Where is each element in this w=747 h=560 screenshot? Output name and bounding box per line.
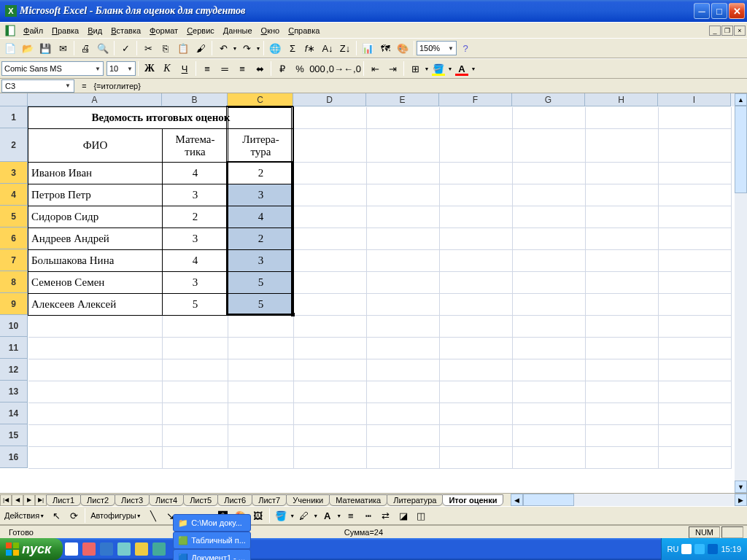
close-button[interactable]: ✕ <box>729 3 745 19</box>
mdi-restore-button[interactable]: ❐ <box>721 26 733 36</box>
sheet-tab[interactable]: Лист7 <box>252 494 287 506</box>
row-header[interactable]: 8 <box>0 271 28 293</box>
format-painter-button[interactable]: 🖌 <box>193 40 209 56</box>
undo-dropdown[interactable]: ▼ <box>232 46 238 51</box>
fill-color-button[interactable]: 🪣 <box>273 508 289 524</box>
cell[interactable] <box>163 338 228 359</box>
percent-button[interactable]: % <box>292 61 308 77</box>
column-header[interactable]: F <box>439 93 512 106</box>
row-header[interactable]: 13 <box>0 381 28 402</box>
cell[interactable] <box>228 425 294 447</box>
cell[interactable] <box>513 359 586 381</box>
quick-launch-icon[interactable] <box>100 542 113 556</box>
cell[interactable]: 4 <box>228 206 294 228</box>
cell[interactable] <box>659 338 732 359</box>
row-header[interactable]: 16 <box>0 446 28 468</box>
start-button[interactable]: пуск <box>0 538 63 560</box>
clock[interactable]: 15:19 <box>721 545 741 553</box>
tab-last-button[interactable]: ▶| <box>35 494 47 506</box>
cell[interactable] <box>28 381 163 403</box>
cell[interactable] <box>513 447 586 469</box>
taskbar-button[interactable]: 🟦Документ1 - ... <box>173 549 251 560</box>
cell[interactable] <box>440 316 513 338</box>
cell[interactable] <box>294 403 367 425</box>
shadow-button[interactable]: ◪ <box>395 508 411 524</box>
menu-файл[interactable]: Файл <box>19 25 47 36</box>
cell[interactable] <box>440 272 513 294</box>
cell[interactable] <box>659 359 732 381</box>
cell[interactable] <box>659 316 732 338</box>
cell[interactable]: Матема- тика <box>163 129 228 163</box>
cell[interactable] <box>294 107 367 129</box>
print-button[interactable]: 🖨 <box>77 40 93 56</box>
cell[interactable] <box>440 206 513 228</box>
cell[interactable] <box>440 184 513 206</box>
row-header[interactable]: 4 <box>0 184 28 206</box>
cell[interactable] <box>659 206 732 228</box>
menu-справка[interactable]: Справка <box>284 25 324 36</box>
cell[interactable] <box>659 107 732 129</box>
maximize-button[interactable]: □ <box>711 3 727 19</box>
save-button[interactable]: 💾 <box>37 40 53 56</box>
cell[interactable] <box>586 228 659 250</box>
cell[interactable]: 3 <box>163 272 228 294</box>
dash-style-button[interactable]: ┅ <box>360 508 376 524</box>
cell[interactable] <box>586 294 659 316</box>
sheet-tab[interactable]: Лист1 <box>46 494 81 506</box>
borders-button[interactable]: ⊞ <box>407 61 423 77</box>
cell[interactable] <box>440 403 513 425</box>
cell[interactable] <box>513 316 586 338</box>
merge-center-button[interactable]: ⬌ <box>252 61 268 77</box>
cell[interactable] <box>586 107 659 129</box>
cell[interactable] <box>586 381 659 403</box>
cell[interactable] <box>513 381 586 403</box>
cell[interactable] <box>367 107 440 129</box>
actions-menu[interactable]: Действия ▼ <box>1 510 47 521</box>
cell[interactable] <box>294 316 367 338</box>
cell[interactable] <box>28 316 163 338</box>
cell[interactable] <box>513 294 586 316</box>
underline-button[interactable]: Ч <box>177 61 193 77</box>
cell[interactable] <box>367 359 440 381</box>
cell[interactable] <box>367 163 440 184</box>
cell[interactable] <box>513 403 586 425</box>
cell[interactable] <box>367 294 440 316</box>
fill-handle[interactable] <box>291 313 295 316</box>
cell[interactable]: 2 <box>163 206 228 228</box>
cell[interactable] <box>163 359 228 381</box>
column-header[interactable]: B <box>162 93 228 106</box>
currency-button[interactable]: ₽ <box>274 61 290 77</box>
cell[interactable] <box>294 425 367 447</box>
tray-icon[interactable] <box>681 544 692 554</box>
cell[interactable] <box>367 403 440 425</box>
fill-color-button[interactable]: 🪣 <box>430 61 446 77</box>
3d-button[interactable]: ◫ <box>413 508 429 524</box>
cell[interactable] <box>440 338 513 359</box>
sheet-tab[interactable]: Лист4 <box>149 494 184 506</box>
mdi-close-button[interactable]: × <box>734 26 746 36</box>
cell[interactable] <box>294 272 367 294</box>
tray-icon[interactable] <box>694 544 705 554</box>
tab-next-button[interactable]: ▶ <box>23 494 35 506</box>
cell[interactable] <box>586 129 659 163</box>
rotate-button[interactable]: ⟳ <box>66 508 82 524</box>
quick-launch-icon[interactable] <box>117 542 131 556</box>
column-header[interactable]: I <box>658 93 731 106</box>
menu-вид[interactable]: Вид <box>83 25 107 36</box>
cell[interactable]: 3 <box>228 184 294 206</box>
scroll-up-button[interactable]: ▲ <box>735 93 747 106</box>
row-header[interactable]: 1 <box>0 106 28 128</box>
align-left-button[interactable]: ≡ <box>199 61 215 77</box>
sheet-tab[interactable]: Лист5 <box>183 494 218 506</box>
sheet-tab[interactable]: Ученики <box>286 494 330 506</box>
cell[interactable]: Сидоров Сидр <box>28 206 163 228</box>
cell[interactable]: Семенов Семен <box>28 272 163 294</box>
cell[interactable] <box>659 425 732 447</box>
cell[interactable] <box>440 163 513 184</box>
quick-launch-icon[interactable] <box>135 542 148 556</box>
paste-button[interactable]: 📋 <box>175 40 191 56</box>
cell[interactable]: Ведомость итоговых оценок <box>28 107 294 129</box>
menu-правка[interactable]: Правка <box>47 25 83 36</box>
cell[interactable] <box>294 250 367 272</box>
cell[interactable] <box>28 338 163 359</box>
